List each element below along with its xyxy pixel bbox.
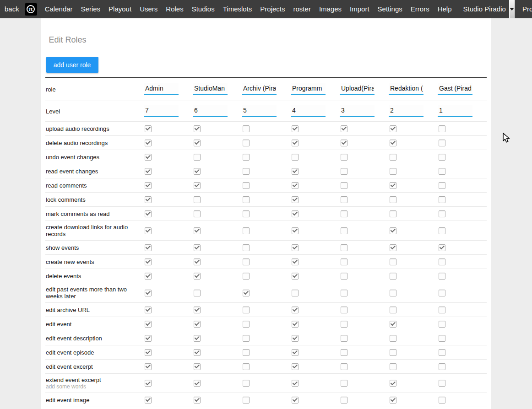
- permission-checkbox[interactable]: [194, 196, 201, 203]
- permission-checkbox[interactable]: [145, 227, 152, 234]
- permission-checkbox[interactable]: [390, 273, 396, 280]
- permission-checkbox[interactable]: [145, 321, 152, 328]
- nav-item-projects[interactable]: Projects: [256, 0, 289, 18]
- level-input[interactable]: [340, 105, 375, 117]
- permission-checkbox[interactable]: [194, 290, 201, 296]
- permission-checkbox[interactable]: [341, 307, 347, 313]
- permission-checkbox[interactable]: [390, 307, 396, 313]
- permission-checkbox[interactable]: [341, 196, 347, 203]
- level-input[interactable]: [144, 105, 179, 117]
- permission-checkbox[interactable]: [439, 258, 445, 265]
- add-user-role-button[interactable]: add user role: [46, 57, 98, 73]
- permission-checkbox[interactable]: [439, 140, 445, 146]
- level-input[interactable]: [193, 105, 228, 117]
- permission-checkbox[interactable]: [194, 125, 201, 132]
- nav-item-images[interactable]: Images: [315, 0, 346, 18]
- role-name-input[interactable]: [144, 83, 179, 95]
- permission-checkbox[interactable]: [145, 380, 152, 387]
- permission-checkbox[interactable]: [390, 168, 396, 175]
- permission-checkbox[interactable]: [390, 196, 396, 203]
- nav-item-timeslots[interactable]: Timeslots: [219, 0, 256, 18]
- permission-checkbox[interactable]: [390, 321, 396, 328]
- permission-checkbox[interactable]: [390, 154, 396, 161]
- permission-checkbox[interactable]: [194, 321, 201, 328]
- permission-checkbox[interactable]: [341, 290, 347, 296]
- permission-checkbox[interactable]: [341, 244, 347, 251]
- permission-checkbox[interactable]: [390, 125, 396, 132]
- permission-checkbox[interactable]: [439, 154, 445, 161]
- permission-checkbox[interactable]: [243, 349, 250, 356]
- permission-checkbox[interactable]: [341, 349, 347, 356]
- role-name-input[interactable]: [291, 83, 326, 95]
- permission-checkbox[interactable]: [292, 210, 299, 217]
- permission-checkbox[interactable]: [341, 273, 347, 280]
- permission-checkbox[interactable]: [341, 125, 347, 132]
- permission-checkbox[interactable]: [194, 349, 201, 356]
- permission-checkbox[interactable]: [439, 397, 445, 404]
- permission-checkbox[interactable]: [194, 258, 201, 265]
- permission-checkbox[interactable]: [292, 335, 299, 342]
- permission-checkbox[interactable]: [194, 380, 201, 387]
- permission-checkbox[interactable]: [243, 380, 250, 387]
- permission-checkbox[interactable]: [439, 349, 445, 356]
- permission-checkbox[interactable]: [439, 380, 445, 387]
- permission-checkbox[interactable]: [243, 244, 250, 251]
- permission-checkbox[interactable]: [145, 196, 152, 203]
- permission-checkbox[interactable]: [439, 307, 445, 313]
- permission-checkbox[interactable]: [292, 349, 299, 356]
- chevron-down-icon[interactable]: [509, 0, 515, 18]
- permission-checkbox[interactable]: [439, 273, 445, 280]
- permission-checkbox[interactable]: [390, 290, 396, 296]
- permission-checkbox[interactable]: [292, 363, 299, 370]
- permission-checkbox[interactable]: [194, 307, 201, 313]
- permission-checkbox[interactable]: [145, 397, 152, 404]
- nav-item-calendar[interactable]: Calendar: [41, 0, 77, 18]
- permission-checkbox[interactable]: [439, 227, 445, 234]
- studio-select[interactable]: Studio Piradio: [459, 0, 515, 18]
- permission-checkbox[interactable]: [292, 196, 299, 203]
- permission-checkbox[interactable]: [439, 244, 445, 251]
- permission-checkbox[interactable]: [243, 196, 250, 203]
- nav-item-users[interactable]: Users: [136, 0, 162, 18]
- level-input[interactable]: [291, 105, 326, 117]
- permission-checkbox[interactable]: [390, 227, 396, 234]
- permission-checkbox[interactable]: [390, 210, 396, 217]
- permission-checkbox[interactable]: [145, 154, 152, 161]
- permission-checkbox[interactable]: [243, 290, 250, 296]
- permission-checkbox[interactable]: [145, 363, 152, 370]
- permission-checkbox[interactable]: [145, 168, 152, 175]
- permission-checkbox[interactable]: [243, 321, 250, 328]
- permission-checkbox[interactable]: [390, 140, 396, 146]
- permission-checkbox[interactable]: [439, 210, 445, 217]
- permission-checkbox[interactable]: [194, 363, 201, 370]
- permission-checkbox[interactable]: [145, 182, 152, 189]
- nav-item-roles[interactable]: Roles: [162, 0, 187, 18]
- permission-checkbox[interactable]: [390, 380, 396, 387]
- role-name-input[interactable]: [242, 83, 277, 95]
- permission-checkbox[interactable]: [390, 363, 396, 370]
- permission-checkbox[interactable]: [341, 227, 347, 234]
- permission-checkbox[interactable]: [341, 154, 347, 161]
- permission-checkbox[interactable]: [439, 363, 445, 370]
- role-name-input[interactable]: [340, 83, 375, 95]
- permission-checkbox[interactable]: [145, 349, 152, 356]
- permission-checkbox[interactable]: [194, 168, 201, 175]
- permission-checkbox[interactable]: [341, 321, 347, 328]
- permission-checkbox[interactable]: [390, 258, 396, 265]
- permission-checkbox[interactable]: [292, 154, 299, 161]
- nav-item-studios[interactable]: Studios: [188, 0, 219, 18]
- permission-checkbox[interactable]: [145, 258, 152, 265]
- permission-checkbox[interactable]: [439, 196, 445, 203]
- permission-checkbox[interactable]: [243, 397, 250, 404]
- nav-item-errors[interactable]: Errors: [407, 0, 434, 18]
- permission-checkbox[interactable]: [439, 290, 445, 296]
- permission-checkbox[interactable]: [243, 307, 250, 313]
- permission-checkbox[interactable]: [243, 227, 250, 234]
- nav-item-roster[interactable]: roster: [289, 0, 315, 18]
- permission-checkbox[interactable]: [194, 140, 201, 146]
- permission-checkbox[interactable]: [194, 227, 201, 234]
- permission-checkbox[interactable]: [243, 273, 250, 280]
- permission-checkbox[interactable]: [145, 140, 152, 146]
- permission-checkbox[interactable]: [292, 168, 299, 175]
- permission-checkbox[interactable]: [194, 244, 201, 251]
